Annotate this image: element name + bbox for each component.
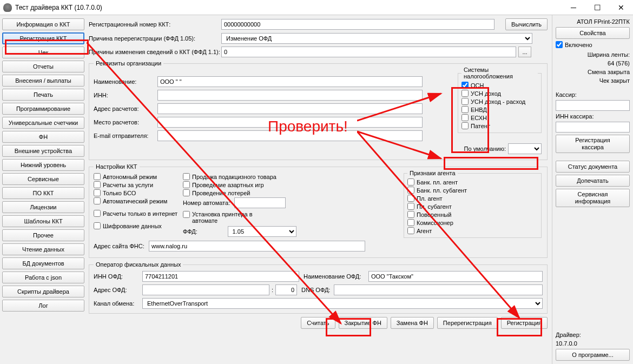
tax-usn-expense-checkbox[interactable] — [461, 98, 469, 105]
sidebar-item-low-level[interactable]: Нижний уровень — [2, 159, 84, 171]
sidebar-item-check[interactable]: Чек — [2, 47, 84, 58]
internet-only-checkbox[interactable] — [94, 210, 101, 217]
agent-commissioner-checkbox[interactable] — [407, 219, 414, 226]
reg-number-input[interactable] — [221, 19, 494, 30]
tax-eshn-checkbox[interactable] — [461, 114, 469, 121]
sidebar-item-templates[interactable]: Шаблоны ККТ — [2, 215, 84, 227]
sidebar-item-counters[interactable]: Универсальные счетчики — [2, 117, 84, 129]
ofd-legend: Оператор фискальных данных — [94, 261, 183, 268]
fns-addr-input[interactable] — [149, 241, 365, 252]
sidebar-item-db-docs[interactable]: БД документов — [2, 257, 84, 269]
sidebar-item-reports[interactable]: Отчеты — [2, 61, 84, 72]
tax-envd-checkbox[interactable] — [461, 106, 469, 113]
sidebar-item-software[interactable]: ПО ККТ — [2, 187, 84, 199]
sidebar-item-print[interactable]: Печать — [2, 89, 84, 101]
cashier-input[interactable] — [556, 100, 630, 111]
tax-osn-checkbox[interactable] — [461, 82, 469, 89]
cashier-inn-input[interactable] — [556, 122, 630, 133]
sidebar-item-json[interactable]: Работа с json — [2, 272, 84, 283]
agent-agent-checkbox[interactable] — [407, 227, 414, 234]
org-email-label: E-mail отправителя: — [94, 133, 157, 139]
sidebar: Информация о ККТ Регистрация ККТ Чек Отч… — [0, 15, 87, 364]
agent-bank-checkbox[interactable] — [407, 178, 414, 186]
chg-reason-ellipsis-button[interactable]: ... — [518, 47, 531, 57]
org-email-input[interactable] — [157, 130, 423, 141]
autonomous-checkbox[interactable] — [94, 173, 101, 180]
service-info-button[interactable]: Сервисная информация — [556, 189, 630, 207]
ofd-inn-input[interactable] — [142, 271, 299, 282]
agent-pay-checkbox[interactable] — [407, 195, 414, 202]
tax-fieldset: Системы налогообложения ОСН УСН доход УС… — [458, 67, 542, 133]
enabled-checkbox[interactable] — [556, 41, 563, 48]
lottery-checkbox[interactable] — [183, 189, 190, 196]
read-button[interactable]: Считать — [301, 317, 335, 329]
driver-version: 10.7.0.0 — [556, 340, 630, 347]
ofd-addr-input[interactable] — [142, 284, 269, 295]
properties-button[interactable]: Свойства — [556, 27, 630, 39]
org-inn-input[interactable] — [157, 90, 423, 101]
app-icon — [3, 3, 12, 12]
agent-pay-sub-checkbox[interactable] — [407, 203, 414, 210]
rereg-reason-select[interactable]: Изменение ОФД — [221, 33, 532, 44]
cashier-label: Кассир: — [556, 91, 630, 98]
excise-checkbox[interactable] — [183, 173, 190, 180]
sidebar-item-log[interactable]: Лог — [2, 300, 84, 312]
ofd-name-input[interactable] — [368, 271, 543, 282]
sidebar-item-programming[interactable]: Программирование — [2, 103, 84, 115]
reg-number-label: Регистрационный номер ККТ: — [89, 21, 221, 28]
print-more-button[interactable]: Допечатать — [556, 175, 630, 187]
sidebar-item-ext-devices[interactable]: Внешние устройства — [2, 145, 84, 157]
agent-bank-sub-checkbox[interactable] — [407, 187, 414, 194]
tax-usn-income-checkbox[interactable] — [461, 90, 469, 97]
ofd-channel-select[interactable]: EthernetOverTransport — [142, 298, 543, 309]
close-button[interactable]: ✕ — [609, 0, 633, 15]
printer-in-automat-checkbox[interactable] — [183, 211, 190, 218]
sidebar-item-service[interactable]: Сервисные — [2, 173, 84, 185]
doc-status-button[interactable]: Статус документа — [556, 161, 630, 173]
sidebar-item-read-data[interactable]: Чтение данных — [2, 243, 84, 255]
ffd-select[interactable]: 1.05 — [228, 226, 296, 237]
sidebar-item-cash[interactable]: Внесения / выплаты — [2, 75, 84, 87]
minimize-button[interactable]: ─ — [562, 0, 585, 15]
sidebar-item-registration[interactable]: Регистрация ККТ — [2, 32, 84, 44]
sidebar-item-info[interactable]: Информация о ККТ — [2, 18, 84, 30]
ofd-inn-label: ИНН ОФД: — [94, 273, 142, 280]
bso-checkbox[interactable] — [94, 189, 101, 196]
cashier-reg-button[interactable]: Регистрация кассира — [556, 135, 630, 153]
automat-num-label: Номер автомата: — [183, 200, 234, 206]
sidebar-item-other[interactable]: Прочее — [2, 229, 84, 241]
chg-reason-input[interactable] — [221, 47, 516, 57]
settings-fieldset: Настройки ККТ Автономный режим Расчеты з… — [89, 163, 548, 258]
automat-num-input[interactable] — [234, 197, 286, 208]
close-fn-button[interactable]: Закрытие ФН — [339, 317, 387, 329]
rereg-button[interactable]: Перерегистрация — [437, 317, 498, 329]
ofd-port-input[interactable] — [275, 284, 297, 295]
rereg-reason-label: Причина перерегистрации (ФФД 1.05): — [89, 35, 221, 42]
reg-button[interactable]: Регистрация — [501, 317, 548, 329]
org-addr-input[interactable] — [157, 103, 423, 114]
maximize-button[interactable]: ☐ — [585, 0, 609, 15]
tax-legend: Системы налогообложения — [461, 67, 538, 80]
auto-mode-checkbox[interactable] — [94, 197, 101, 204]
replace-fn-button[interactable]: Замена ФН — [391, 317, 434, 329]
org-place-input[interactable] — [157, 117, 423, 128]
org-inn-label: ИНН: — [94, 92, 157, 98]
calculate-button[interactable]: Вычислить — [505, 18, 548, 30]
encryption-checkbox[interactable] — [94, 222, 101, 229]
default-tax-select[interactable] — [508, 143, 542, 154]
tax-patent-checkbox[interactable] — [461, 122, 469, 129]
about-button[interactable]: О программе... — [556, 349, 630, 361]
cashier-inn-label: ИНН кассира: — [556, 113, 630, 120]
ofd-dns-input[interactable] — [334, 284, 543, 295]
sidebar-item-scripts[interactable]: Скрипты драйвера — [2, 286, 84, 297]
ofd-addr-label: Адрес ОФД: — [94, 287, 142, 293]
agent-attorney-checkbox[interactable] — [407, 211, 414, 218]
org-name-label: Наименование: — [94, 78, 157, 85]
org-fieldset: Реквизиты организации Наименование: ИНН:… — [89, 60, 548, 160]
sidebar-item-licenses[interactable]: Лицензии — [2, 201, 84, 213]
services-checkbox[interactable] — [94, 181, 101, 188]
sidebar-item-fn[interactable]: ФН — [2, 131, 84, 143]
org-name-input[interactable] — [157, 76, 423, 87]
main-panel: Регистрационный номер ККТ: Вычислить При… — [87, 15, 552, 364]
gambling-checkbox[interactable] — [183, 181, 190, 188]
